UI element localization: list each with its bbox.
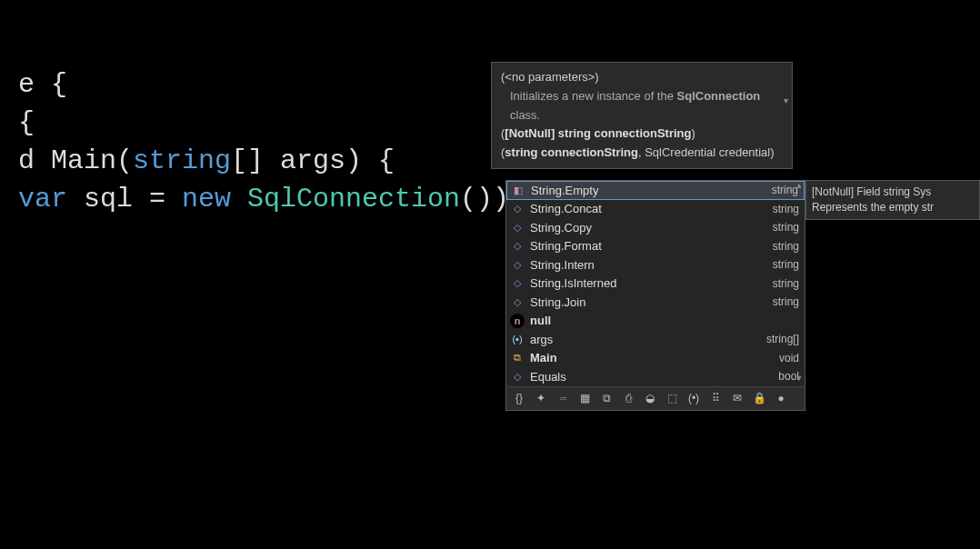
stack-icon[interactable]: ⧉ [599,391,614,405]
completion-item-label: String.IsInterned [530,276,767,290]
method-icon: ◇ [510,239,525,254]
completion-item[interactable]: ⧉Mainvoid [506,349,805,368]
type-name: SqlConnection [247,184,460,215]
completion-scrollbar[interactable]: ▲ ▼ [793,181,805,386]
code-text: ()) [460,184,509,215]
completion-item[interactable]: ◇Equalsbool [506,367,805,386]
completion-item[interactable]: ◇String.IsInternedstring [506,274,805,294]
completion-item[interactable]: (•)argsstring[] [506,330,805,349]
completion-filter-toolbar[interactable]: {}✦⎓▦⧉⎙◒⬚(•)⠿✉🔒● [506,386,805,410]
doc-line: Represents the empty str [812,200,974,215]
chevron-down-icon[interactable]: ▾ [784,95,788,105]
param-desc-text: class. [510,108,540,122]
completion-item-label: Equals [530,370,773,384]
completion-item-label: String.Format [530,239,767,253]
completion-item[interactable]: ◧String.Emptystring [506,181,805,200]
param-text: , SqlCredential credential) [638,145,775,159]
code-text: e { [18,69,67,100]
grid-icon[interactable]: ▦ [577,391,592,405]
completion-item[interactable]: ◇String.Joinstring [506,293,805,312]
completion-item-label: String.Copy [530,221,767,235]
keyword-var: var [18,184,84,215]
param-icon[interactable]: (•) [686,391,701,405]
lock-icon[interactable]: 🔒 [752,391,766,405]
completion-item[interactable]: ◇String.Internstring [506,255,805,274]
code-text: ( [116,145,133,176]
param-overload-1-desc: Initializes a new instance of the SqlCon… [501,87,783,125]
braces-icon[interactable]: {} [512,391,526,405]
param-current: [NotNull] string connectionString [505,126,691,140]
keyword-string: string [133,145,231,176]
method-icon: ◇ [510,369,525,384]
completion-popup[interactable]: ◧String.Emptystring◇String.Concatstring◇… [505,180,805,411]
method-name: Main [51,145,116,176]
keyword-new: new [182,184,247,215]
method-icon: ◇ [510,202,525,216]
completion-item-label: String.Intern [530,258,767,272]
completion-item-label: String.Join [530,295,767,309]
group-icon[interactable]: ⠿ [708,391,723,405]
link-icon[interactable]: ⎓ [555,391,570,405]
prop-icon: ◧ [511,183,525,197]
var-icon: (•) [510,332,525,346]
param-overload-2: ([NotNull] string connectionString) [501,125,783,144]
completion-item-label: args [530,333,761,346]
doc-line: [NotNull] Field string Sys [812,185,974,200]
param-current: string connectionString [505,145,638,159]
cube-icon[interactable]: ⬚ [665,391,679,405]
completion-item[interactable]: ◇String.Formatstring [506,237,805,256]
completion-item[interactable]: ◇String.Concatstring [506,200,805,219]
param-overload-3: (string connectionString, SqlCredential … [501,144,783,163]
null-icon: n [510,314,525,328]
method-icon: ◇ [510,220,525,235]
star-icon[interactable]: ✦ [534,391,548,405]
completion-doc-tooltip: [NotNull] Field string Sys Represents th… [805,180,980,220]
code-text: = [149,184,182,215]
code-text: [] [231,145,280,176]
method-icon: ◇ [510,276,525,291]
method-icon: ◇ [510,257,525,272]
param-desc-text: Initializes a new instance of the [510,89,677,103]
null-icon[interactable]: ● [774,391,788,405]
parameter-info-tooltip: (<no parameters>) Initializes a new inst… [491,62,793,169]
completion-item[interactable]: ◇String.Copystring [506,218,805,237]
completion-item-label: String.Concat [530,202,767,215]
completion-item-label: null [530,314,794,327]
param-name: args [280,145,345,176]
completion-list[interactable]: ◧String.Emptystring◇String.Concatstring◇… [506,181,805,386]
code-text: d [18,145,51,176]
param-desc-class: SqlConnection [677,89,761,103]
param-overload-1: (<no parameters>) [501,68,783,87]
completion-item-label: String.Empty [531,184,766,197]
var-name: sql [84,184,149,215]
scroll-down-icon[interactable]: ▼ [793,374,805,386]
mail-icon[interactable]: ✉ [730,391,745,405]
code-text: { [18,107,35,138]
code-text: ) { [345,145,395,176]
completion-item[interactable]: nnull [506,312,805,331]
scroll-up-icon[interactable]: ▲ [793,181,805,194]
method-icon: ◇ [510,294,525,309]
param-text: ) [691,126,695,140]
class-icon: ⧉ [510,351,525,365]
db-icon[interactable]: ◒ [643,391,657,405]
completion-item-label: Main [530,351,774,364]
printer-icon[interactable]: ⎙ [621,391,635,405]
